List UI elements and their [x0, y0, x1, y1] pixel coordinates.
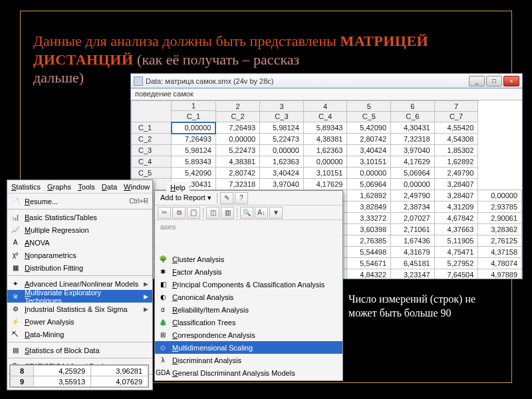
- menu-item[interactable]: ※Multivariate Exploratory Techniques▶: [7, 290, 152, 303]
- submenu-item[interactable]: ⊞Correspondence Analysis: [155, 329, 342, 341]
- cell[interactable]: 3,10151: [303, 168, 347, 179]
- submenu-item[interactable]: GDAGeneral Discriminant Analysis Models: [155, 366, 342, 379]
- row-header[interactable]: C_1: [132, 122, 172, 134]
- cell[interactable]: 0,00000: [172, 122, 216, 134]
- cell[interactable]: 4,75471: [434, 247, 478, 258]
- cell[interactable]: 2,90061: [478, 213, 522, 224]
- tool-chart-icon[interactable]: ◫: [206, 207, 219, 219]
- cell[interactable]: 2,80742: [347, 134, 391, 145]
- menu-item[interactable]: ▤Statistics of Block Data: [7, 344, 152, 356]
- tool-help-icon[interactable]: ?: [235, 192, 248, 204]
- tool-vars-icon[interactable]: ▥: [221, 207, 234, 219]
- col-header[interactable]: 7C_7: [434, 101, 478, 122]
- submenu-item[interactable]: ◇Multidimensional Scaling: [155, 341, 342, 354]
- cell[interactable]: 3,60398: [347, 224, 391, 235]
- cell[interactable]: 4,84322: [347, 269, 391, 279]
- cell[interactable]: 5,22473: [260, 134, 304, 145]
- close-button[interactable]: ×: [503, 76, 519, 86]
- cell[interactable]: 2,49790: [434, 168, 478, 179]
- cell[interactable]: 1,85302: [434, 145, 478, 156]
- maximize-button[interactable]: □: [486, 76, 502, 86]
- menubar-item[interactable]: Data: [102, 183, 117, 191]
- cell[interactable]: 3,10151: [347, 156, 391, 168]
- cell[interactable]: 4,37158: [478, 247, 522, 258]
- cell[interactable]: 0,00000: [347, 168, 391, 179]
- cell[interactable]: 0,00000: [391, 179, 435, 190]
- cell[interactable]: 4,67842: [434, 213, 478, 224]
- cell[interactable]: 3,97040: [391, 145, 435, 156]
- row-header[interactable]: C_2: [132, 134, 172, 145]
- submenu-item[interactable]: 🌳Cluster Analysis: [155, 253, 342, 265]
- multivariate-submenu[interactable]: Add to Report ▾ ✎ ? ✂ ⧉ 📋 ◫ ▥ 🔍 A↓ ▼ ase…: [154, 190, 343, 381]
- cell[interactable]: 5,06964: [391, 168, 435, 179]
- submenu-item[interactable]: 🎄Classification Trees: [155, 316, 342, 329]
- cell[interactable]: 5,54671: [347, 258, 391, 269]
- cell[interactable]: 2,38734: [391, 201, 435, 213]
- cell[interactable]: 3,40424: [260, 168, 304, 179]
- window-titlebar[interactable]: Data: матрица самок.smx (24v by 28c) _ □…: [131, 74, 522, 88]
- menu-item[interactable]: ⚙Industrial Statistics & Six Sigma▶: [7, 303, 152, 315]
- cell[interactable]: 5,89343: [172, 156, 216, 168]
- menubar-item[interactable]: Tools: [78, 183, 95, 191]
- cell[interactable]: 2,76125: [478, 235, 522, 247]
- submenu-item[interactable]: ✱Factor Analysis: [155, 265, 342, 278]
- cell[interactable]: 7,64504: [434, 269, 478, 279]
- cell[interactable]: 1,62892: [347, 190, 391, 201]
- tool-copy-icon[interactable]: ⧉: [172, 207, 186, 219]
- col-header[interactable]: 2C_2: [215, 101, 259, 122]
- cell[interactable]: 4,55420: [434, 122, 478, 134]
- cell[interactable]: 7,26493: [172, 134, 216, 145]
- cell[interactable]: 5,98124: [260, 122, 304, 134]
- cell[interactable]: 2,71061: [391, 224, 435, 235]
- menu-item[interactable]: ⚡Power Analysis: [7, 315, 152, 328]
- cell[interactable]: 2,76385: [347, 235, 391, 247]
- cell[interactable]: 4,54308: [434, 134, 478, 145]
- cell[interactable]: 5,54498: [347, 247, 391, 258]
- tool-sort-icon[interactable]: A↓: [255, 207, 268, 219]
- cell[interactable]: 5,11905: [434, 235, 478, 247]
- cell[interactable]: 4,17629: [391, 156, 435, 168]
- cell[interactable]: 5,27952: [434, 258, 478, 269]
- cell[interactable]: 3,23147: [391, 269, 435, 279]
- cell[interactable]: 7,32318: [391, 134, 435, 145]
- cell[interactable]: 5,22473: [215, 145, 259, 156]
- cell[interactable]: 3,33272: [347, 213, 391, 224]
- add-to-report-button[interactable]: Add to Report ▾: [158, 194, 214, 202]
- col-header[interactable]: 4C_4: [303, 101, 347, 122]
- menu-item[interactable]: ⛏Data-Mining: [7, 328, 152, 340]
- cell[interactable]: 4,30431: [391, 122, 435, 134]
- row-header[interactable]: C_4: [132, 156, 172, 168]
- cell[interactable]: 5,06964: [347, 179, 391, 190]
- cell[interactable]: 3,28362: [478, 224, 522, 235]
- menu-bar[interactable]: StatisticsGraphsToolsDataWindow: [7, 180, 152, 194]
- cell[interactable]: 0,00000: [478, 190, 522, 201]
- row-header[interactable]: C_5: [132, 168, 172, 179]
- cell[interactable]: 4,38381: [303, 134, 347, 145]
- cell[interactable]: 4,31209: [434, 201, 478, 213]
- cell[interactable]: 2,80742: [215, 168, 259, 179]
- cell[interactable]: 5,42090: [172, 168, 216, 179]
- cell[interactable]: 2,07027: [391, 213, 435, 224]
- submenu-item[interactable]: ◐Canonical Analysis: [155, 291, 342, 303]
- cell[interactable]: 5,89343: [303, 122, 347, 134]
- cell[interactable]: 5,98124: [172, 145, 216, 156]
- cell[interactable]: 0,00000: [260, 145, 304, 156]
- cell[interactable]: 7,32318: [215, 179, 259, 190]
- menubar-item[interactable]: Statistics: [11, 183, 41, 191]
- toolbar-row-2[interactable]: ✂ ⧉ 📋 ◫ ▥ 🔍 A↓ ▼: [155, 205, 342, 220]
- cell[interactable]: 0,00000: [303, 156, 347, 168]
- cell[interactable]: 2,49790: [391, 190, 435, 201]
- cell[interactable]: 3,28407: [434, 179, 478, 190]
- cell[interactable]: 1,67436: [391, 235, 435, 247]
- row-header[interactable]: C_3: [132, 145, 172, 156]
- col-header[interactable]: 6C_6: [391, 101, 435, 122]
- submenu-item[interactable]: λDiscriminant Analysis: [155, 354, 342, 366]
- cell[interactable]: 3,97040: [260, 179, 304, 190]
- submenu-item[interactable]: αReliability/Item Analysis: [155, 303, 342, 316]
- cell[interactable]: 1,62363: [303, 145, 347, 156]
- menubar-help[interactable]: Help: [166, 182, 190, 194]
- cell[interactable]: 4,97889: [478, 269, 522, 279]
- col-header[interactable]: 3C_3: [260, 101, 304, 122]
- menu-item[interactable]: 📊Basic Statistics/Tables: [7, 211, 152, 223]
- col-header[interactable]: 1C_1: [172, 101, 216, 122]
